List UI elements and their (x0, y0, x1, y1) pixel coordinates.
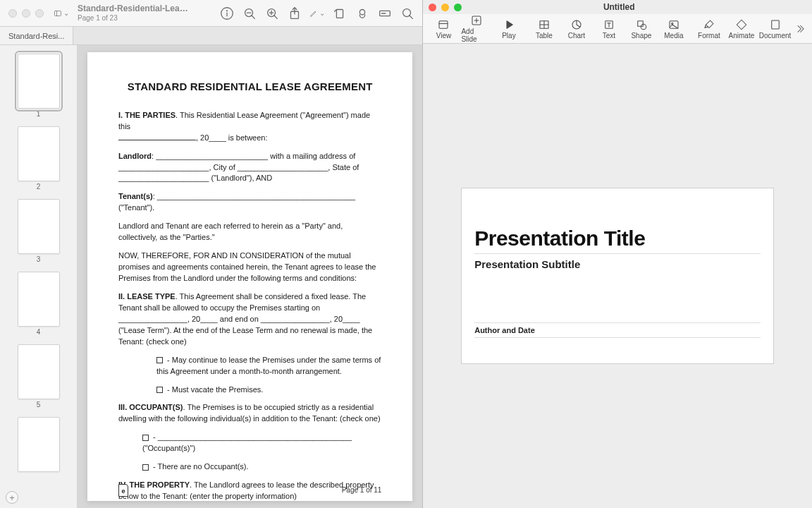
tenant-block: Tenant(s): _____________________________… (118, 191, 381, 214)
parties-para: Landlord and Tenant are each referred to… (118, 221, 381, 243)
page-viewport[interactable]: STANDARD RESIDENTIAL LEASE AGREEMENT I. … (78, 45, 422, 508)
page-title: STANDARD RESIDENTIAL LEASE AGREEMENT (118, 79, 381, 95)
section-occupants: III. OCCUPANT(S). The Premises is to be … (118, 402, 381, 425)
brush-icon (703, 18, 715, 31)
keynote-titlebar: Untitled (423, 0, 812, 14)
svg-point-15 (360, 9, 365, 14)
markup-button[interactable] (309, 6, 325, 21)
slide-subtitle-placeholder[interactable]: Presentation Subtitle (474, 253, 761, 270)
shape-button[interactable]: Shape (627, 18, 656, 40)
animate-button[interactable]: Animate (727, 18, 756, 40)
thumbnail-page-4[interactable] (18, 272, 60, 327)
chevron-right-icon (794, 23, 806, 35)
table-icon (538, 18, 550, 31)
svg-line-19 (410, 15, 413, 18)
thumbnail-page-2[interactable] (18, 126, 60, 181)
document-title-area[interactable]: Standard-Residential-Leas... Page 1 of 2… (75, 4, 214, 21)
svg-rect-33 (638, 20, 644, 26)
thumbnail-label: 3 (0, 255, 77, 263)
lease-type-option-2: - Must vacate the Premises. (118, 385, 381, 396)
zoom-out-button[interactable] (242, 6, 257, 21)
rotate-button[interactable] (332, 6, 347, 21)
window-zoom-button[interactable] (35, 9, 44, 18)
window-minimize-button[interactable] (22, 9, 30, 18)
add-page-button[interactable]: + (6, 491, 18, 504)
thumbnail-page-1[interactable] (18, 54, 60, 109)
table-button[interactable]: Table (529, 18, 559, 40)
thumbnail-sidebar[interactable]: 1 2 3 4 5 + (0, 45, 78, 508)
svg-line-6 (252, 15, 255, 18)
sidebar-toggle-button[interactable] (54, 6, 69, 21)
shape-icon (635, 18, 648, 31)
keynote-toolbar: View Add Slide Play Table Chart Text Sha… (423, 14, 812, 44)
text-icon (603, 18, 615, 31)
document-button[interactable]: Document (759, 18, 791, 40)
occupant-option-2: - There are no Occupant(s). (118, 461, 381, 473)
now-therefore-para: NOW, THEREFORE, FOR AND IN CONSIDERATION… (118, 250, 381, 284)
window-traffic-lights (7, 9, 44, 18)
chart-button[interactable]: Chart (562, 18, 591, 40)
play-icon (503, 18, 515, 31)
overflow-button[interactable] (794, 23, 806, 35)
document-page-indicator: Page 1 of 23 (78, 14, 118, 22)
pdf-titlebar: Standard-Residential-Leas... Page 1 of 2… (0, 0, 422, 27)
checkbox-icon (156, 387, 163, 393)
highlight-button[interactable] (355, 6, 370, 21)
svg-rect-38 (771, 20, 779, 29)
thumbnail-label: 4 (0, 328, 77, 336)
search-button[interactable] (400, 6, 415, 21)
add-slide-button[interactable]: Add Slide (461, 14, 491, 43)
section-lease-type: II. LEASE TYPE. This Agreement shall be … (118, 291, 381, 348)
plus-square-icon (470, 14, 483, 27)
svg-point-34 (641, 24, 646, 30)
svg-line-9 (274, 15, 278, 18)
slide-canvas[interactable]: Presentation Title Presentation Subtitle… (423, 44, 812, 508)
pdf-body: 1 2 3 4 5 + STANDARD RESIDENTIAL LEASE A… (0, 45, 422, 508)
thumbnail-page-5[interactable] (18, 344, 60, 399)
slide-title-placeholder[interactable]: Presentation Title (474, 226, 761, 250)
svg-marker-37 (737, 20, 746, 30)
window-close-button[interactable] (8, 9, 17, 18)
footer-logo-icon: e (118, 484, 128, 497)
pdf-viewer-window: Standard-Residential-Leas... Page 1 of 2… (0, 0, 423, 508)
view-icon (437, 18, 450, 31)
svg-marker-25 (507, 20, 512, 28)
svg-point-4 (227, 10, 228, 11)
text-button[interactable]: Text (594, 18, 624, 40)
section-parties: I. THE PARTIES. This Residential Lease A… (118, 110, 381, 144)
svg-rect-14 (337, 9, 343, 18)
thumbnail-label: 1 (0, 110, 77, 118)
play-button[interactable]: Play (494, 18, 524, 40)
svg-point-36 (672, 23, 673, 24)
slide-author-placeholder[interactable]: Author and Date (474, 322, 761, 338)
thumbnail-page-6[interactable] (18, 417, 60, 472)
pdf-tab[interactable]: Standard-Resi... (0, 27, 73, 44)
window-title: Untitled (431, 2, 806, 12)
chart-icon (570, 18, 583, 31)
landlord-block: Landlord: __________________________ wit… (118, 151, 381, 185)
view-button[interactable]: View (429, 18, 458, 40)
form-button[interactable] (377, 6, 393, 21)
checkbox-icon (142, 464, 149, 471)
pdf-tab-label: Standard-Resi... (8, 32, 64, 40)
thumbnail-page-3[interactable] (18, 199, 60, 254)
svg-rect-0 (55, 11, 61, 16)
thumbnail-label: 2 (0, 183, 77, 190)
thumbnail-label: 5 (0, 401, 77, 409)
info-button[interactable] (219, 6, 235, 21)
format-button[interactable]: Format (694, 18, 724, 40)
zoom-in-button[interactable] (264, 6, 280, 21)
share-button[interactable] (287, 6, 302, 21)
media-button[interactable]: Media (659, 18, 689, 40)
document-filename: Standard-Residential-Leas... (78, 4, 190, 13)
pdf-tabbar: Standard-Resi... (0, 27, 422, 45)
document-icon (769, 18, 782, 31)
slide[interactable]: Presentation Title Presentation Subtitle… (461, 188, 774, 364)
checkbox-icon (156, 357, 163, 363)
lease-type-option-1: - May continue to lease the Premises und… (118, 355, 381, 377)
pdf-page: STANDARD RESIDENTIAL LEASE AGREEMENT I. … (87, 52, 412, 501)
media-icon (668, 18, 680, 31)
svg-rect-20 (439, 20, 448, 28)
diamond-icon (735, 18, 748, 31)
page-footer: Page 1 of 11 (342, 485, 382, 496)
